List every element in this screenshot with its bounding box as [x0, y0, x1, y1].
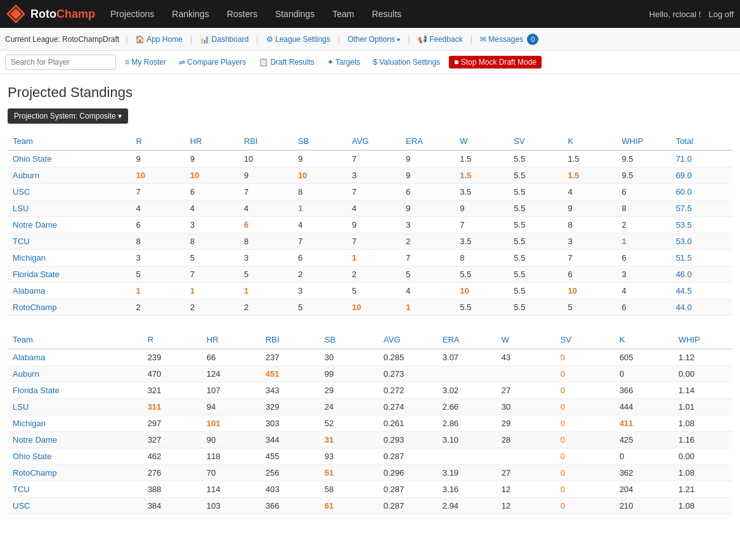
projection-system-button[interactable]: Projection System: Composite ▾ — [8, 108, 128, 124]
log-off-link[interactable]: Log off — [708, 10, 734, 19]
other-options-link[interactable]: Other Options ▾ — [344, 35, 404, 44]
stat-cell-r: 5 — [131, 266, 185, 283]
nav-rosters[interactable]: Rosters — [224, 1, 260, 27]
th-sv-1[interactable]: SV — [509, 133, 562, 150]
stop-mock-button[interactable]: ■ Stop Mock Draft Mode — [449, 56, 542, 68]
stat-cell-w: 3.5 — [455, 184, 509, 200]
team-name-link[interactable]: Alabama — [13, 353, 45, 362]
th-rbi-1[interactable]: RBI — [239, 133, 293, 150]
stat-cell-r: 6 — [131, 217, 185, 233]
top-nav: RotoChamp Projections Rankings Rosters S… — [0, 0, 740, 28]
stat-cell-hr: 103 — [202, 498, 261, 514]
user-greeting[interactable]: Hello, rclocal ! — [649, 10, 701, 19]
team-name-link[interactable]: TCU — [13, 485, 30, 494]
compare-players-link[interactable]: ⇌ Compare Players — [175, 58, 250, 67]
team-name-link[interactable]: Auburn — [13, 171, 39, 180]
th-k-2[interactable]: K — [614, 331, 673, 349]
stat-cell-sb: 4 — [293, 217, 347, 233]
stat-cell-whip: 1.08 — [673, 415, 732, 432]
th-whip-2[interactable]: WHIP — [673, 331, 732, 349]
table-row: TCU8887723.55.53153.0 — [8, 233, 732, 250]
th-rbi-2[interactable]: RBI — [261, 331, 320, 349]
team-name-link[interactable]: Michigan — [13, 419, 46, 428]
team-name-link[interactable]: Notre Dame — [13, 220, 57, 230]
team-name-link[interactable]: Michigan — [13, 253, 46, 263]
team-name-link[interactable]: USC — [13, 187, 30, 197]
th-whip-1[interactable]: WHIP — [617, 133, 671, 150]
team-name-link[interactable]: Alabama — [13, 286, 45, 296]
th-team-1[interactable]: Team — [8, 133, 131, 150]
stat-cell-whip: 3 — [617, 266, 671, 283]
th-r-2[interactable]: R — [143, 331, 202, 349]
nav-projections[interactable]: Projections — [108, 1, 157, 27]
team-name-link[interactable]: Florida State — [13, 386, 60, 395]
nav-results[interactable]: Results — [369, 1, 404, 27]
nav-rankings[interactable]: Rankings — [169, 1, 211, 27]
stat-cell-avg: 1 — [347, 250, 401, 266]
feedback-link[interactable]: 📢 Feedback — [414, 35, 467, 44]
th-sb-1[interactable]: SB — [293, 133, 347, 150]
team-name-link[interactable]: LSU — [13, 204, 29, 213]
stat-cell-era: 3.19 — [438, 465, 497, 481]
th-hr-1[interactable]: HR — [185, 133, 239, 150]
nav-team[interactable]: Team — [330, 1, 356, 27]
stat-cell-rbi: 2 — [239, 299, 293, 316]
my-roster-link[interactable]: ≡ My Roster — [121, 58, 170, 67]
table2-header-row: Team R HR RBI SB AVG ERA W SV K WHIP — [8, 331, 732, 349]
stat-cell-hr: 8 — [185, 233, 239, 250]
valuation-settings-link[interactable]: $ Valuation Settings — [369, 58, 444, 67]
th-k-1[interactable]: K — [562, 133, 616, 150]
th-sb-2[interactable]: SB — [320, 331, 379, 349]
stat-cell-rbi: 3 — [239, 250, 293, 266]
app-home-link[interactable]: 🏠 App Home — [131, 35, 186, 44]
th-w-1[interactable]: W — [455, 133, 509, 150]
stat-cell-hr: 5 — [185, 250, 239, 266]
stat-cell-hr: 114 — [202, 481, 261, 498]
stat-cell-r: 311 — [143, 399, 202, 415]
th-era-2[interactable]: ERA — [438, 331, 497, 349]
team-name-link[interactable]: Florida State — [13, 270, 60, 279]
team-name-link[interactable]: TCU — [13, 237, 30, 246]
team-name-link[interactable]: Notre Dame — [13, 435, 57, 445]
team-name-link[interactable]: LSU — [13, 402, 29, 412]
th-sv-2[interactable]: SV — [555, 331, 614, 349]
stat-cell-sb: 31 — [320, 432, 379, 448]
stat-cell-w: 1.5 — [455, 150, 509, 167]
targets-link[interactable]: ✦ Targets — [323, 58, 364, 67]
th-hr-2[interactable]: HR — [202, 331, 261, 349]
stat-cell-rbi: 1 — [239, 283, 293, 299]
team-name-link[interactable]: RotoChamp — [13, 468, 56, 478]
stat-cell-sv: 5.5 — [509, 217, 562, 233]
tool-bar: ≡ My Roster ⇌ Compare Players 📋 Draft Re… — [0, 51, 740, 74]
stat-cell-hr: 66 — [202, 349, 261, 366]
logo[interactable]: RotoChamp — [6, 4, 95, 23]
th-era-1[interactable]: ERA — [401, 133, 455, 150]
stat-cell-k: 411 — [614, 415, 673, 432]
stat-cell-hr: 124 — [202, 366, 261, 382]
league-settings-link[interactable]: ⚙ League Settings — [263, 35, 334, 44]
team-name-link[interactable]: Ohio State — [13, 452, 51, 461]
stat-cell-sb: 7 — [293, 233, 347, 250]
stat-cell-k: 10 — [562, 283, 616, 299]
team-name-link[interactable]: Ohio State — [13, 154, 51, 164]
messages-link[interactable]: ✉ Messages 0 — [476, 34, 542, 45]
stat-cell-whip: 8 — [617, 200, 671, 217]
table-row: USC7678763.55.54660.0 — [8, 184, 732, 200]
team-name-link[interactable]: USC — [13, 501, 30, 511]
team-name-link[interactable]: Auburn — [13, 369, 39, 379]
team-name-link[interactable]: RotoChamp — [13, 303, 56, 312]
th-w-2[interactable]: W — [497, 331, 555, 349]
stat-cell-avg: 0.285 — [379, 349, 438, 366]
th-avg-2[interactable]: AVG — [379, 331, 438, 349]
nav-standings[interactable]: Standings — [273, 1, 317, 27]
search-input[interactable] — [5, 55, 116, 70]
th-total-1[interactable]: Total — [671, 133, 732, 150]
th-team-2[interactable]: Team — [8, 331, 143, 349]
stat-cell-k: 605 — [614, 349, 673, 366]
stat-cell-k: 5 — [562, 299, 616, 316]
th-r-1[interactable]: R — [131, 133, 185, 150]
th-avg-1[interactable]: AVG — [347, 133, 401, 150]
draft-results-link[interactable]: 📋 Draft Results — [255, 58, 318, 67]
table-row: Alabama23966237300.2853.074306051.12 — [8, 349, 732, 366]
dashboard-link[interactable]: 📊 Dashboard — [196, 35, 252, 44]
